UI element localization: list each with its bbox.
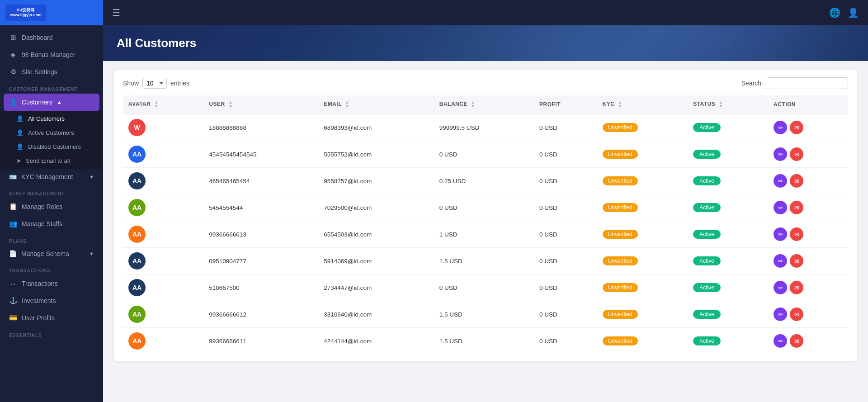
sidebar-item-all-customers[interactable]: 👤 All Customers — [0, 112, 103, 126]
edit-button[interactable]: ✏ — [774, 147, 787, 161]
cell-avatar: AA — [123, 248, 203, 274]
search-input[interactable] — [767, 77, 848, 89]
globe-icon[interactable]: 🌐 — [829, 7, 840, 18]
schema-item-left: 📄 Manage Schema — [9, 250, 69, 257]
all-customers-icon: 👤 — [16, 115, 24, 122]
sidebar-item-investments[interactable]: ⚓ Investments — [0, 292, 103, 309]
status-badge: Active — [693, 256, 721, 265]
sidebar-item-kyc-management[interactable]: 🪪 KYC Management ▼ — [0, 169, 103, 185]
section-transactions: TRANSACTIONS — [0, 262, 103, 275]
sidebar-item-manage-staffs[interactable]: 👥 Manage Staffs — [0, 215, 103, 232]
page-title: All Customers — [117, 36, 854, 50]
sidebar-item-active-customers[interactable]: 👤 Active Customers — [0, 126, 103, 140]
cell-balance: 0.25 USD — [434, 168, 534, 194]
chevron-down-icon: ▼ — [89, 174, 94, 180]
email-button[interactable]: ✉ — [790, 147, 803, 161]
cell-balance: 0 USD — [434, 141, 534, 168]
sidebar-item-label: Site Settings — [22, 68, 57, 76]
sidebar-item-send-email[interactable]: ➤ Send Email to all — [0, 154, 103, 168]
cell-action: ✏ ✉ — [768, 301, 848, 328]
cell-email: 4244144@id.com — [318, 328, 434, 355]
topbar: ☰ 🌐 👤 — [103, 0, 868, 25]
col-user: USER ▲▼ — [203, 95, 318, 114]
cell-profit: 0 USD — [534, 221, 597, 248]
sidebar-item-dashboard[interactable]: ⊞ Dashboard — [0, 29, 103, 46]
edit-button[interactable]: ✏ — [774, 334, 787, 348]
sidebar-item-transactions[interactable]: ↔ Transactions — [0, 275, 103, 292]
entries-label: entries — [170, 80, 189, 87]
show-label: Show — [123, 80, 139, 87]
logo-area: KJ交易网www.kjgyjn.com — [0, 0, 103, 25]
edit-button[interactable]: ✏ — [774, 281, 787, 294]
col-balance: BALANCE ▲▼ — [434, 95, 534, 114]
content-area: Show 10 25 50 100 entries Search: — [103, 61, 868, 402]
table-row: AA 99366666611 4244144@id.com 1.5 USD 0 … — [123, 328, 848, 355]
edit-button[interactable]: ✏ — [774, 121, 787, 134]
cell-avatar: AA — [123, 301, 203, 328]
user-profile-icon[interactable]: 👤 — [848, 7, 859, 18]
avatar: AA — [128, 279, 146, 296]
send-email-icon: ➤ — [16, 157, 21, 164]
transactions-icon: ↔ — [9, 279, 17, 288]
edit-button[interactable]: ✏ — [774, 254, 787, 268]
kyc-badge: Unverified — [603, 230, 638, 239]
action-buttons: ✏ ✉ — [774, 174, 843, 188]
sidebar-item-bonus-manager[interactable]: ◈ 98 Bonus Manager — [0, 46, 103, 63]
entries-select[interactable]: 10 25 50 100 — [142, 78, 167, 89]
email-button[interactable]: ✉ — [790, 174, 803, 188]
table-row: AA 465465465454 9558757@id.com 0.25 USD … — [123, 168, 848, 194]
hamburger-icon[interactable]: ☰ — [112, 7, 120, 18]
sidebar-item-manage-schema[interactable]: 📄 Manage Schema ▼ — [0, 246, 103, 262]
cell-status: Active — [688, 221, 768, 248]
search-box: Search: — [741, 77, 848, 89]
cell-status: Active — [688, 328, 768, 355]
email-button[interactable]: ✉ — [790, 334, 803, 348]
table-row: AA 518667500 2734447@id.com 0 USD 0 USD … — [123, 274, 848, 301]
action-buttons: ✏ ✉ — [774, 307, 843, 321]
email-button[interactable]: ✉ — [790, 254, 803, 268]
edit-button[interactable]: ✏ — [774, 227, 787, 241]
action-buttons: ✏ ✉ — [774, 227, 843, 241]
sidebar-item-site-settings[interactable]: ⚙ Site Settings — [0, 63, 103, 80]
cell-email: 6554503@id.com — [318, 221, 434, 248]
cell-profit: 0 USD — [534, 114, 597, 141]
email-button[interactable]: ✉ — [790, 307, 803, 321]
email-button[interactable]: ✉ — [790, 121, 803, 134]
email-button[interactable]: ✉ — [790, 227, 803, 241]
page-header: All Customers — [103, 25, 868, 61]
settings-icon: ⚙ — [9, 68, 17, 76]
roles-icon: 📋 — [9, 203, 17, 211]
staffs-icon: 👥 — [9, 220, 17, 228]
edit-button[interactable]: ✏ — [774, 307, 787, 321]
kyc-badge: Unverified — [603, 283, 638, 292]
email-button[interactable]: ✉ — [790, 201, 803, 214]
sidebar-item-user-profits[interactable]: 💳 User Profits — [0, 309, 103, 326]
edit-button[interactable]: ✏ — [774, 174, 787, 188]
kyc-label: KYC Management — [21, 173, 73, 180]
status-badge: Active — [693, 283, 721, 292]
email-button[interactable]: ✉ — [790, 281, 803, 294]
user-profits-icon: 💳 — [9, 314, 17, 322]
status-badge: Active — [693, 176, 721, 185]
cell-kyc: Unverified — [597, 114, 688, 141]
table-row: AA 45454545454545 5555752@id.com 0 USD 0… — [123, 141, 848, 168]
cell-balance: 1.5 USD — [434, 328, 534, 355]
edit-button[interactable]: ✏ — [774, 201, 787, 214]
search-label: Search: — [741, 80, 763, 87]
cell-action: ✏ ✉ — [768, 141, 848, 168]
main-content: ☰ 🌐 👤 All Customers Show 10 25 50 100 — [103, 0, 868, 402]
table-header: AVATAR ▲▼ USER ▲▼ EMAIL ▲▼ BALANCE ▲▼ PR… — [123, 95, 848, 114]
all-customers-label: All Customers — [28, 115, 65, 122]
sidebar-item-disabled-customers[interactable]: 👤 Disabled Customers — [0, 140, 103, 154]
section-plans: PLANS — [0, 232, 103, 246]
customers-item-left: 👤 Customers — [9, 98, 52, 106]
sidebar-item-manage-roles[interactable]: 📋 Manage Roles — [0, 198, 103, 215]
sidebar-item-customers[interactable]: 👤 Customers ▲ — [4, 94, 99, 111]
action-buttons: ✏ ✉ — [774, 147, 843, 161]
disabled-customers-icon: 👤 — [16, 143, 24, 150]
kyc-item-left: 🪪 KYC Management — [9, 173, 73, 180]
cell-balance: 0 USD — [434, 194, 534, 221]
cell-avatar: AA — [123, 274, 203, 301]
cell-status: Active — [688, 194, 768, 221]
status-badge: Active — [693, 150, 721, 159]
